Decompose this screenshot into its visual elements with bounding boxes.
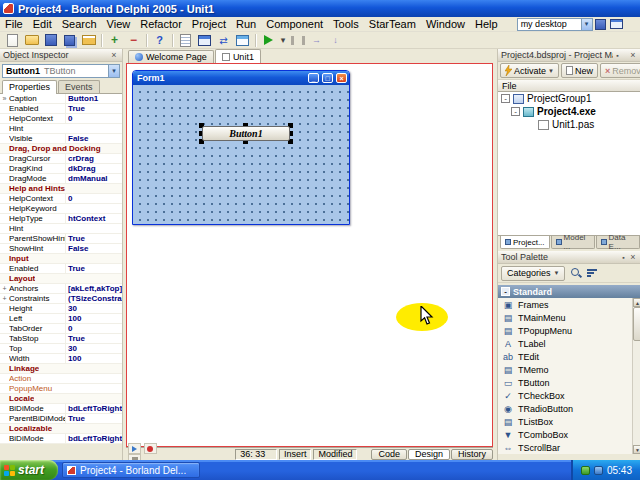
toolbar-icon-add-file[interactable] — [105, 32, 124, 48]
chevron-down-icon[interactable]: ▼ — [554, 270, 560, 276]
filter-icon[interactable] — [587, 267, 599, 279]
palette-category-standard[interactable]: - Standard — [498, 285, 640, 298]
toolbar-icon-save-all[interactable] — [60, 32, 79, 48]
property-value[interactable]: bdLeftToRight — [65, 434, 122, 443]
property-row-drag-drop-and-docking[interactable]: Drag, Drop and Docking — [0, 144, 122, 154]
tree-expand-icon[interactable]: - — [511, 107, 520, 116]
property-value[interactable]: True — [65, 234, 122, 243]
property-row-enabled[interactable]: Enabled True — [0, 264, 122, 274]
menu-item-component[interactable]: Component — [261, 18, 328, 30]
property-value[interactable]: True — [65, 334, 122, 343]
toolbar-icon-remove-file[interactable] — [124, 32, 143, 48]
menu-item-file[interactable]: File — [0, 18, 28, 30]
property-row-enabled[interactable]: Enabled True — [0, 104, 122, 114]
palette-item-tmemo[interactable]: ▤ TMemo — [498, 363, 640, 376]
property-value[interactable]: crDrag — [65, 154, 122, 163]
delphi-app-icon[interactable] — [3, 3, 14, 14]
button1-control[interactable]: Button1 — [202, 126, 290, 141]
property-row-hint[interactable]: Hint — [0, 224, 122, 234]
property-row-helpcontext[interactable]: HelpContext 0 — [0, 114, 122, 124]
property-row-anchors[interactable]: + Anchors [akLeft,akTop] — [0, 284, 122, 294]
toolbar-icon-run[interactable] — [259, 32, 278, 48]
inspector-tab-properties[interactable]: Properties — [2, 80, 57, 94]
tree-node-project4-exe[interactable]: - Project4.exe — [498, 105, 640, 118]
property-row-helpkeyword[interactable]: HelpKeyword — [0, 204, 122, 214]
expand-marker[interactable]: + — [0, 284, 9, 293]
menu-item-project[interactable]: Project — [187, 18, 231, 30]
toolbar-icon-sep[interactable] — [169, 32, 176, 48]
property-row-popupmenu[interactable]: PopupMenu — [0, 384, 122, 394]
palette-item-tscrollbar[interactable]: ⇔ TScrollBar — [498, 441, 640, 454]
tree-node-projectgroup1[interactable]: - ProjectGroup1 — [498, 92, 640, 105]
collapse-icon[interactable]: - — [501, 287, 510, 296]
property-row-bidimode[interactable]: BiDiMode bdLeftToRight — [0, 404, 122, 414]
categories-button[interactable]: Categories ▼ — [501, 266, 565, 281]
toolbar-icon-step-over[interactable] — [307, 32, 326, 48]
property-value[interactable]: True — [65, 104, 122, 113]
property-row-width[interactable]: Width 100 — [0, 354, 122, 364]
property-value[interactable]: dkDrag — [65, 164, 122, 173]
form1-window[interactable]: Form1 _ □ × Button1 — [132, 70, 350, 225]
palette-item-tradiobutton[interactable]: ◉ TRadioButton — [498, 402, 640, 415]
view-tab-design[interactable]: Design — [408, 449, 450, 460]
toolbar-icon-sep[interactable] — [143, 32, 150, 48]
menu-item-edit[interactable]: Edit — [28, 18, 57, 30]
toolbar-icon-run-drop[interactable] — [278, 32, 288, 48]
chevron-down-icon[interactable]: ▾ — [108, 65, 119, 77]
manager-tab-model[interactable]: Model ... — [551, 236, 595, 249]
palette-item-tbutton[interactable]: ▭ TButton — [498, 376, 640, 389]
scrollbar-thumb[interactable] — [633, 307, 640, 341]
property-row-helptype[interactable]: HelpType htContext — [0, 214, 122, 224]
menu-item-view[interactable]: View — [102, 18, 136, 30]
tray-security-icon[interactable] — [581, 466, 590, 475]
expand-marker[interactable]: + — [0, 294, 9, 303]
start-button[interactable]: start — [0, 460, 58, 480]
chevron-down-icon[interactable]: ▼ — [548, 68, 554, 74]
toolbar-icon-view-unit[interactable] — [176, 32, 195, 48]
property-value[interactable]: (TSizeConstrai — [65, 294, 122, 303]
palette-item-frames[interactable]: ▣ Frames — [498, 298, 640, 311]
property-value[interactable]: htContext — [65, 214, 122, 223]
property-value[interactable]: 0 — [65, 194, 122, 203]
close-icon[interactable]: × — [628, 252, 638, 262]
property-value[interactable]: 0 — [65, 114, 122, 123]
menu-item-help[interactable]: Help — [470, 18, 503, 30]
pin-icon[interactable]: ▪ — [619, 254, 628, 261]
remove-button[interactable]: × Remove — [600, 63, 640, 78]
property-row-linkage[interactable]: Linkage — [0, 364, 122, 374]
toolbar-icon-save[interactable] — [41, 32, 60, 48]
property-row-action[interactable]: Action — [0, 374, 122, 384]
menu-item-search[interactable]: Search — [57, 18, 102, 30]
property-value[interactable]: Button1 — [65, 94, 122, 103]
property-row-localizable[interactable]: Localizable — [0, 424, 122, 434]
property-row-help-and-hints[interactable]: Help and Hints — [0, 184, 122, 194]
toolbar-icon-new[interactable] — [3, 32, 22, 48]
property-row-left[interactable]: Left 100 — [0, 314, 122, 324]
property-row-parentshowhint[interactable]: ParentShowHint True — [0, 234, 122, 244]
property-row-tabstop[interactable]: TabStop True — [0, 334, 122, 344]
property-row-showhint[interactable]: ShowHint False — [0, 244, 122, 254]
editor-tab-unit1[interactable]: Unit1 — [215, 49, 261, 63]
property-row-constraints[interactable]: + Constraints (TSizeConstrai — [0, 294, 122, 304]
close-icon[interactable]: × — [109, 50, 119, 60]
pin-icon[interactable]: ▪ — [613, 52, 622, 59]
manager-tab-data-e[interactable]: Data E... — [596, 236, 640, 249]
status-macro-record[interactable] — [144, 443, 157, 454]
form-designer-surface[interactable]: Form1 _ □ × Button1 — [126, 63, 493, 447]
file-column-header[interactable]: File — [498, 80, 640, 92]
palette-item-tcheckbox[interactable]: ✓ TCheckBox — [498, 389, 640, 402]
toolbar-icon-toggle-form-unit[interactable] — [214, 32, 233, 48]
palette-item-tmainmenu[interactable]: ▤ TMainMenu — [498, 311, 640, 324]
form1-body-grid[interactable]: Button1 — [133, 85, 349, 224]
property-row-dragmode[interactable]: DragMode dmManual — [0, 174, 122, 184]
property-row-height[interactable]: Height 30 — [0, 304, 122, 314]
property-row-parentbidimode[interactable]: ParentBiDiMode True — [0, 414, 122, 424]
property-value[interactable]: [akLeft,akTop] — [65, 284, 122, 293]
toolbar-icon-sep[interactable] — [252, 32, 259, 48]
property-value[interactable]: True — [65, 414, 122, 423]
toolbar-icon-pause[interactable] — [288, 32, 307, 48]
chevron-down-icon[interactable]: ▾ — [581, 19, 592, 30]
toolbar-icon-trace-into[interactable] — [326, 32, 345, 48]
taskbar-task-button[interactable]: Project4 - Borland Del... — [62, 462, 200, 478]
menu-item-window[interactable]: Window — [421, 18, 470, 30]
